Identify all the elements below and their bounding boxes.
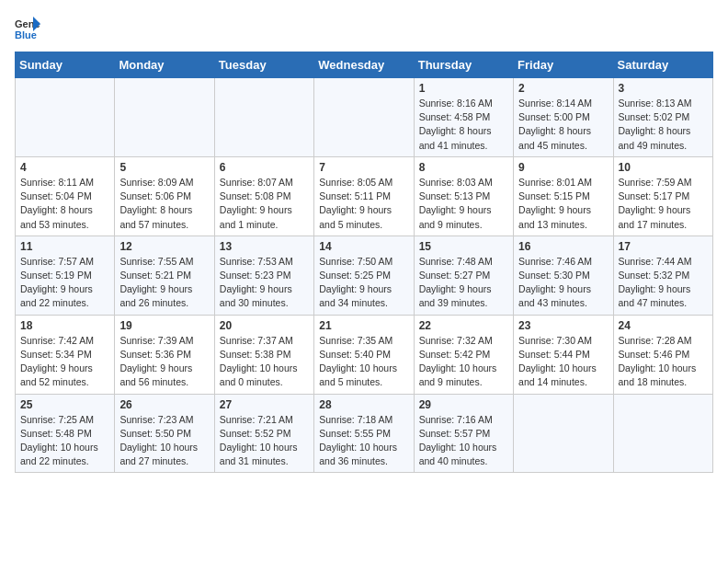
calendar-cell: 19Sunrise: 7:39 AM Sunset: 5:36 PM Dayli… [115, 315, 214, 394]
calendar-cell: 27Sunrise: 7:21 AM Sunset: 5:52 PM Dayli… [214, 394, 313, 473]
day-number: 24 [619, 319, 708, 332]
day-number: 29 [419, 398, 508, 411]
day-content: Sunrise: 7:57 AM Sunset: 5:19 PM Dayligh… [20, 255, 109, 311]
day-number: 16 [518, 240, 608, 253]
day-number: 8 [419, 161, 508, 174]
column-header-monday: Monday [115, 52, 214, 78]
day-number: 7 [319, 161, 408, 174]
calendar-cell: 9Sunrise: 8:01 AM Sunset: 5:15 PM Daylig… [514, 156, 613, 236]
calendar-cell: 10Sunrise: 7:59 AM Sunset: 5:17 PM Dayli… [613, 156, 712, 236]
day-number: 14 [319, 240, 408, 253]
calendar-cell [115, 78, 214, 157]
column-header-wednesday: Wednesday [314, 52, 414, 78]
calendar-header-row: SundayMondayTuesdayWednesdayThursdayFrid… [16, 52, 713, 78]
calendar-cell: 2Sunrise: 8:14 AM Sunset: 5:00 PM Daylig… [514, 78, 613, 157]
calendar-cell: 3Sunrise: 8:13 AM Sunset: 5:02 PM Daylig… [613, 78, 712, 157]
day-number: 1 [419, 82, 508, 95]
calendar-cell: 21Sunrise: 7:35 AM Sunset: 5:40 PM Dayli… [314, 315, 414, 394]
day-number: 6 [220, 161, 309, 174]
day-content: Sunrise: 8:09 AM Sunset: 5:06 PM Dayligh… [119, 176, 209, 232]
svg-text:Blue: Blue [15, 29, 37, 40]
day-number: 25 [20, 398, 109, 411]
calendar-cell: 8Sunrise: 8:03 AM Sunset: 5:13 PM Daylig… [414, 156, 513, 236]
day-number: 9 [518, 161, 608, 174]
calendar-cell: 20Sunrise: 7:37 AM Sunset: 5:38 PM Dayli… [214, 315, 313, 394]
calendar-cell [514, 394, 613, 473]
column-header-sunday: Sunday [16, 52, 115, 78]
day-number: 18 [20, 319, 109, 332]
calendar-cell: 28Sunrise: 7:18 AM Sunset: 5:55 PM Dayli… [314, 394, 414, 473]
day-number: 12 [119, 240, 209, 253]
day-number: 2 [518, 82, 608, 95]
day-content: Sunrise: 7:39 AM Sunset: 5:36 PM Dayligh… [119, 334, 209, 390]
day-content: Sunrise: 7:48 AM Sunset: 5:27 PM Dayligh… [419, 255, 508, 311]
page-header: General Blue [15, 15, 713, 40]
day-content: Sunrise: 7:55 AM Sunset: 5:21 PM Dayligh… [119, 255, 209, 311]
day-content: Sunrise: 7:42 AM Sunset: 5:34 PM Dayligh… [20, 334, 109, 390]
calendar-cell: 6Sunrise: 8:07 AM Sunset: 5:08 PM Daylig… [214, 156, 313, 236]
calendar-cell: 4Sunrise: 8:11 AM Sunset: 5:04 PM Daylig… [16, 156, 115, 236]
day-number: 4 [20, 161, 109, 174]
day-content: Sunrise: 8:01 AM Sunset: 5:15 PM Dayligh… [518, 176, 608, 232]
day-content: Sunrise: 7:35 AM Sunset: 5:40 PM Dayligh… [319, 334, 408, 390]
day-number: 17 [619, 240, 708, 253]
column-header-tuesday: Tuesday [214, 52, 313, 78]
calendar-week-row: 18Sunrise: 7:42 AM Sunset: 5:34 PM Dayli… [16, 315, 713, 394]
calendar-cell: 12Sunrise: 7:55 AM Sunset: 5:21 PM Dayli… [115, 236, 214, 315]
day-number: 22 [419, 319, 508, 332]
day-content: Sunrise: 7:37 AM Sunset: 5:38 PM Dayligh… [220, 334, 309, 390]
calendar-cell: 15Sunrise: 7:48 AM Sunset: 5:27 PM Dayli… [414, 236, 513, 315]
day-content: Sunrise: 8:07 AM Sunset: 5:08 PM Dayligh… [220, 176, 309, 232]
calendar-cell: 5Sunrise: 8:09 AM Sunset: 5:06 PM Daylig… [115, 156, 214, 236]
calendar-cell: 1Sunrise: 8:16 AM Sunset: 4:58 PM Daylig… [414, 78, 513, 157]
day-number: 28 [319, 398, 408, 411]
calendar-table: SundayMondayTuesdayWednesdayThursdayFrid… [15, 52, 713, 473]
calendar-cell [613, 394, 712, 473]
day-number: 10 [619, 161, 708, 174]
day-content: Sunrise: 8:14 AM Sunset: 5:00 PM Dayligh… [518, 97, 608, 153]
day-content: Sunrise: 7:25 AM Sunset: 5:48 PM Dayligh… [20, 413, 109, 469]
day-content: Sunrise: 7:23 AM Sunset: 5:50 PM Dayligh… [119, 413, 209, 469]
column-header-thursday: Thursday [414, 52, 513, 78]
logo: General Blue [15, 15, 44, 40]
day-number: 26 [119, 398, 209, 411]
day-content: Sunrise: 8:11 AM Sunset: 5:04 PM Dayligh… [20, 176, 109, 232]
calendar-cell: 13Sunrise: 7:53 AM Sunset: 5:23 PM Dayli… [214, 236, 313, 315]
day-content: Sunrise: 7:18 AM Sunset: 5:55 PM Dayligh… [319, 413, 408, 469]
calendar-cell [214, 78, 313, 157]
day-number: 11 [20, 240, 109, 253]
calendar-cell [16, 78, 115, 157]
calendar-cell: 17Sunrise: 7:44 AM Sunset: 5:32 PM Dayli… [613, 236, 712, 315]
day-content: Sunrise: 7:46 AM Sunset: 5:30 PM Dayligh… [518, 255, 608, 311]
day-number: 5 [119, 161, 209, 174]
calendar-cell: 24Sunrise: 7:28 AM Sunset: 5:46 PM Dayli… [613, 315, 712, 394]
column-header-saturday: Saturday [613, 52, 712, 78]
day-number: 27 [220, 398, 309, 411]
day-number: 19 [119, 319, 209, 332]
logo-icon: General Blue [15, 15, 40, 40]
calendar-cell: 16Sunrise: 7:46 AM Sunset: 5:30 PM Dayli… [514, 236, 613, 315]
calendar-cell: 14Sunrise: 7:50 AM Sunset: 5:25 PM Dayli… [314, 236, 414, 315]
calendar-week-row: 25Sunrise: 7:25 AM Sunset: 5:48 PM Dayli… [16, 394, 713, 473]
calendar-cell: 29Sunrise: 7:16 AM Sunset: 5:57 PM Dayli… [414, 394, 513, 473]
calendar-cell: 25Sunrise: 7:25 AM Sunset: 5:48 PM Dayli… [16, 394, 115, 473]
calendar-cell: 23Sunrise: 7:30 AM Sunset: 5:44 PM Dayli… [514, 315, 613, 394]
day-content: Sunrise: 7:21 AM Sunset: 5:52 PM Dayligh… [220, 413, 309, 469]
calendar-cell: 18Sunrise: 7:42 AM Sunset: 5:34 PM Dayli… [16, 315, 115, 394]
day-number: 21 [319, 319, 408, 332]
day-content: Sunrise: 7:53 AM Sunset: 5:23 PM Dayligh… [220, 255, 309, 311]
day-content: Sunrise: 8:05 AM Sunset: 5:11 PM Dayligh… [319, 176, 408, 232]
day-number: 20 [220, 319, 309, 332]
calendar-week-row: 11Sunrise: 7:57 AM Sunset: 5:19 PM Dayli… [16, 236, 713, 315]
day-content: Sunrise: 7:32 AM Sunset: 5:42 PM Dayligh… [419, 334, 508, 390]
calendar-cell [314, 78, 414, 157]
day-content: Sunrise: 7:28 AM Sunset: 5:46 PM Dayligh… [619, 334, 708, 390]
calendar-week-row: 4Sunrise: 8:11 AM Sunset: 5:04 PM Daylig… [16, 156, 713, 236]
column-header-friday: Friday [514, 52, 613, 78]
day-content: Sunrise: 7:59 AM Sunset: 5:17 PM Dayligh… [619, 176, 708, 232]
day-number: 13 [220, 240, 309, 253]
day-content: Sunrise: 8:13 AM Sunset: 5:02 PM Dayligh… [619, 97, 708, 153]
day-content: Sunrise: 8:16 AM Sunset: 4:58 PM Dayligh… [419, 97, 508, 153]
day-content: Sunrise: 7:50 AM Sunset: 5:25 PM Dayligh… [319, 255, 408, 311]
day-content: Sunrise: 7:30 AM Sunset: 5:44 PM Dayligh… [518, 334, 608, 390]
